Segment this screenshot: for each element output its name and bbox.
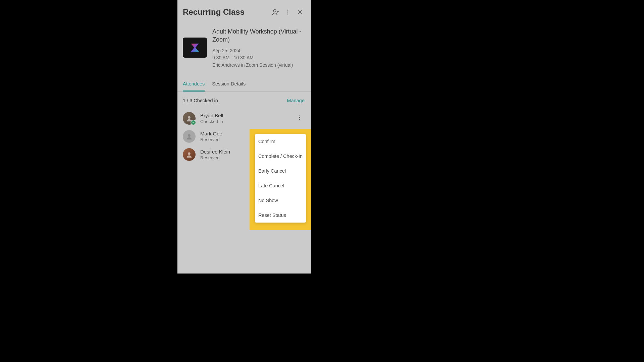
checkin-count: 1 / 3 Checked in xyxy=(183,98,287,103)
more-vertical-icon xyxy=(284,9,291,15)
svg-point-12 xyxy=(188,134,190,136)
attendee-more-button[interactable] xyxy=(294,113,305,124)
session-host: Eric Andrews in Zoom Session (virtual) xyxy=(212,62,306,69)
attendees-summary-row: 1 / 3 Checked in Manage xyxy=(177,92,311,109)
session-time: 9:30 AM - 10:30 AM xyxy=(212,54,306,62)
app-logo-icon xyxy=(189,42,201,53)
svg-point-10 xyxy=(299,117,300,118)
session-date: Sep 25, 2024 xyxy=(212,47,306,55)
svg-point-8 xyxy=(188,116,190,118)
svg-point-0 xyxy=(274,10,276,12)
attendee-info: Bryan Bell Checked In xyxy=(200,113,290,124)
avatar xyxy=(183,148,196,161)
checked-in-badge xyxy=(191,120,196,125)
manage-link[interactable]: Manage xyxy=(287,98,305,103)
svg-point-9 xyxy=(299,115,300,116)
attendee-name: Bryan Bell xyxy=(200,113,290,118)
status-menu: Confirm Complete / Check-In Early Cancel… xyxy=(255,134,306,223)
tab-session-details[interactable]: Session Details xyxy=(212,77,246,92)
close-button[interactable] xyxy=(294,6,306,18)
menu-item-no-show[interactable]: No Show xyxy=(255,193,306,208)
add-person-button[interactable] xyxy=(270,6,282,18)
attendee-status: Checked In xyxy=(200,119,290,124)
attendee-row: Bryan Bell Checked In xyxy=(177,109,311,127)
avatar-image xyxy=(183,130,196,143)
menu-item-early-cancel[interactable]: Early Cancel xyxy=(255,164,306,178)
check-icon xyxy=(192,121,195,124)
person-add-icon xyxy=(272,8,279,16)
session-name: Adult Mobility Workshop (Virtual - Zoom) xyxy=(212,27,306,44)
avatar-image xyxy=(183,148,196,161)
session-info: Adult Mobility Workshop (Virtual - Zoom)… xyxy=(177,24,311,77)
session-app-icon xyxy=(183,38,207,58)
page-title: Recurring Class xyxy=(183,7,270,17)
menu-item-late-cancel[interactable]: Late Cancel xyxy=(255,178,306,193)
avatar xyxy=(183,130,196,143)
svg-point-4 xyxy=(287,12,288,13)
close-icon xyxy=(297,9,303,15)
menu-item-complete-checkin[interactable]: Complete / Check-In xyxy=(255,149,306,164)
svg-point-5 xyxy=(287,13,288,14)
menu-item-reset-status[interactable]: Reset Status xyxy=(255,208,306,223)
more-vertical-icon xyxy=(297,115,303,121)
session-text: Adult Mobility Workshop (Virtual - Zoom)… xyxy=(212,27,306,69)
tabs: Attendees Session Details xyxy=(177,77,311,92)
svg-point-11 xyxy=(299,119,300,120)
svg-point-3 xyxy=(287,10,288,11)
menu-item-confirm[interactable]: Confirm xyxy=(255,134,306,149)
tab-attendees[interactable]: Attendees xyxy=(183,77,205,92)
panel-header: Recurring Class xyxy=(177,0,311,24)
avatar xyxy=(183,112,196,125)
svg-point-13 xyxy=(188,152,190,155)
panel-more-button[interactable] xyxy=(282,6,294,18)
